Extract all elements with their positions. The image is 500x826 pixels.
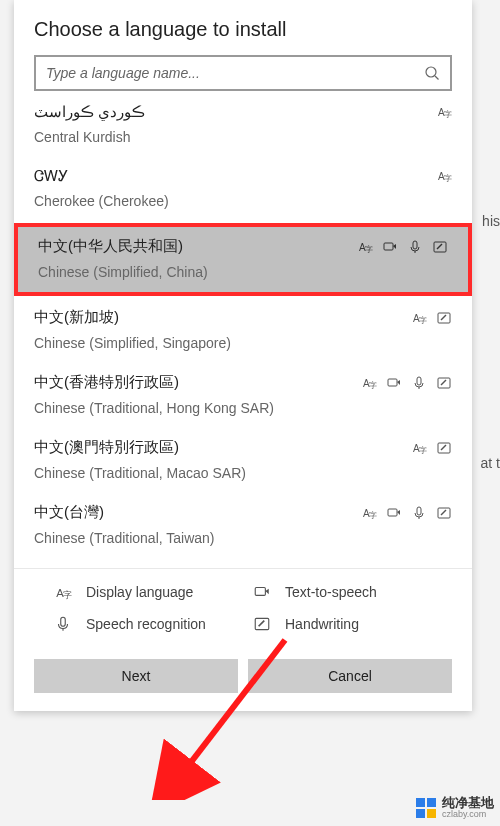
display-icon: A字 — [436, 104, 452, 120]
svg-rect-41 — [427, 809, 436, 818]
svg-rect-26 — [388, 509, 397, 516]
feature-icons: A字 — [411, 440, 452, 456]
display-icon: A字 — [411, 310, 427, 326]
legend-label: Speech recognition — [86, 616, 243, 632]
language-native-name: ᏣᎳᎩ — [34, 167, 68, 185]
language-list: ڪوردي ڪوراسٽ A字 Central Kurdish ᏣᎳᎩ A字 C… — [14, 101, 472, 568]
svg-text:字: 字 — [419, 446, 427, 455]
search-container — [14, 55, 472, 101]
cancel-button[interactable]: Cancel — [248, 659, 452, 693]
handwriting-icon — [432, 239, 448, 255]
speech-icon — [411, 375, 427, 391]
list-item-selected[interactable]: 中文(中华人民共和国) A字 Chinese (Simplified, Chin… — [14, 223, 472, 296]
dialog-title: Choose a language to install — [14, 0, 472, 55]
svg-rect-40 — [416, 809, 425, 818]
speech-icon — [411, 505, 427, 521]
search-box[interactable] — [34, 55, 452, 91]
button-row: Next Cancel — [14, 645, 472, 711]
handwriting-icon — [253, 615, 271, 633]
display-icon: A字 — [411, 440, 427, 456]
language-native-name: 中文(台灣) — [34, 503, 104, 522]
svg-rect-33 — [61, 617, 66, 626]
display-icon: A字 — [54, 583, 72, 601]
svg-text:字: 字 — [63, 590, 72, 600]
svg-rect-32 — [255, 588, 265, 596]
tts-icon — [253, 583, 271, 601]
bg-text: at t — [481, 455, 500, 471]
watermark: 纯净基地 czlaby.com — [414, 796, 494, 820]
search-input[interactable] — [46, 65, 424, 81]
handwriting-icon — [436, 440, 452, 456]
legend-label: Display language — [86, 584, 243, 600]
svg-rect-9 — [413, 241, 417, 249]
search-icon — [424, 65, 440, 81]
speech-icon — [407, 239, 423, 255]
watermark-text-url: czlaby.com — [442, 810, 494, 820]
display-icon: A字 — [361, 505, 377, 521]
display-icon: A字 — [357, 239, 373, 255]
svg-rect-17 — [388, 379, 397, 386]
tts-icon — [382, 239, 398, 255]
svg-text:字: 字 — [365, 245, 373, 254]
handwriting-icon — [436, 375, 452, 391]
feature-legend: A字 Display language Text-to-speech Speec… — [14, 569, 472, 645]
svg-rect-39 — [427, 798, 436, 807]
tts-icon — [386, 375, 402, 391]
feature-icons: A字 — [357, 239, 448, 255]
language-native-name: 中文(新加坡) — [34, 308, 119, 327]
language-native-name: 中文(澳門特別行政區) — [34, 438, 179, 457]
language-english-name: Chinese (Simplified, Singapore) — [34, 335, 452, 351]
tts-icon — [386, 505, 402, 521]
next-button[interactable]: Next — [34, 659, 238, 693]
feature-icons: A字 — [361, 505, 452, 521]
legend-label: Text-to-speech — [285, 584, 442, 600]
list-item[interactable]: 中文(台灣) A字 Chinese (Traditional, Taiwan) — [14, 493, 472, 558]
handwriting-icon — [436, 505, 452, 521]
language-native-name: 中文(香港特別行政區) — [34, 373, 179, 392]
svg-text:字: 字 — [444, 110, 452, 119]
language-english-name: Chinese (Traditional, Hong Kong SAR) — [34, 400, 452, 416]
handwriting-icon — [436, 310, 452, 326]
language-install-dialog: Choose a language to install ڪوردي ڪوراس… — [14, 0, 472, 711]
svg-rect-18 — [417, 377, 421, 385]
language-native-name: 中文(中华人民共和国) — [38, 237, 183, 256]
svg-text:字: 字 — [419, 316, 427, 325]
language-english-name: Chinese (Traditional, Taiwan) — [34, 530, 452, 546]
language-english-name: Central Kurdish — [34, 129, 452, 145]
list-item[interactable]: 中文(香港特別行政區) A字 Chinese (Traditional, Hon… — [14, 363, 472, 428]
feature-icons: A字 — [436, 104, 452, 120]
watermark-text-cn: 纯净基地 — [442, 796, 494, 810]
svg-rect-27 — [417, 507, 421, 515]
language-english-name: Cherokee (Cherokee) — [34, 193, 452, 209]
feature-icons: A字 — [361, 375, 452, 391]
svg-point-0 — [426, 67, 436, 77]
svg-line-1 — [435, 76, 439, 80]
svg-text:字: 字 — [444, 174, 452, 183]
svg-text:字: 字 — [369, 381, 377, 390]
feature-icons: A字 — [436, 168, 452, 184]
svg-rect-8 — [384, 243, 393, 250]
list-item[interactable]: 中文(新加坡) A字 Chinese (Simplified, Singapor… — [14, 298, 472, 363]
bg-text: his — [482, 213, 500, 229]
legend-label: Handwriting — [285, 616, 442, 632]
watermark-logo-icon — [414, 796, 438, 820]
language-native-name: ڪوردي ڪوراسٽ — [34, 103, 145, 121]
svg-rect-38 — [416, 798, 425, 807]
svg-text:字: 字 — [369, 511, 377, 520]
speech-icon — [54, 615, 72, 633]
display-icon: A字 — [361, 375, 377, 391]
list-item[interactable]: 中文(澳門特別行政區) A字 Chinese (Traditional, Mac… — [14, 428, 472, 493]
feature-icons: A字 — [411, 310, 452, 326]
language-english-name: Chinese (Simplified, China) — [38, 264, 448, 280]
list-item[interactable]: ᏣᎳᎩ A字 Cherokee (Cherokee) — [14, 157, 472, 221]
list-item[interactable]: ڪوردي ڪوراسٽ A字 Central Kurdish — [14, 101, 472, 157]
display-icon: A字 — [436, 168, 452, 184]
language-english-name: Chinese (Traditional, Macao SAR) — [34, 465, 452, 481]
